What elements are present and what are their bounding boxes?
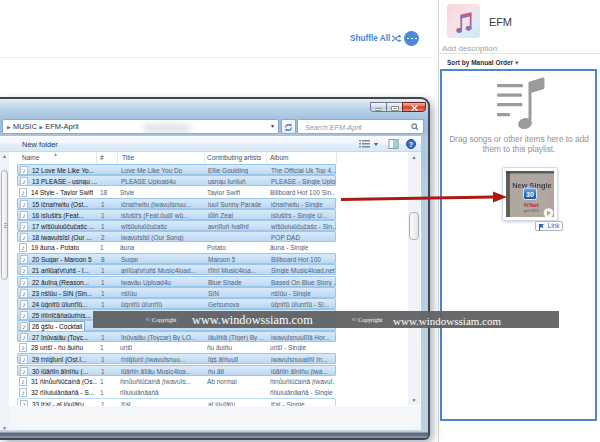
svg-text:?: ? xyxy=(409,141,413,148)
svg-text:30: 30 xyxy=(526,191,534,198)
svg-text:april 2015: april 2015 xyxy=(523,209,538,213)
svg-text:What: What xyxy=(523,201,540,209)
